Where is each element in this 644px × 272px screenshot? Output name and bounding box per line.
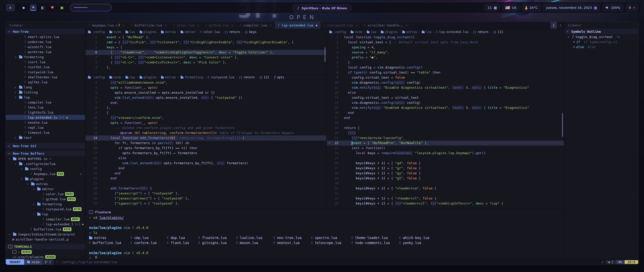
tree-item[interactable]: ▾OPEN BUFFERS in ~ <box>6 156 85 161</box>
close-icon[interactable]: × <box>356 23 358 27</box>
breadcrumb-item[interactable]: ƒopts <box>274 76 284 79</box>
tree-item[interactable]: ▸linting <box>6 90 85 95</box>
breadcrumb-item[interactable]: {}[2] <box>259 76 269 79</box>
tree-item[interactable]: ☾lens.lua <box>6 105 85 110</box>
file-entry[interactable]: ☾neotest.lua <box>273 240 311 245</box>
close-icon[interactable]: × <box>197 23 199 27</box>
breadcrumb-item[interactable]: plugins <box>381 30 398 34</box>
floaterm-pane[interactable]: › Floaterm › cd lua/plugins/nvim/lua/plu… <box>86 209 564 259</box>
tab-color.lua[interactable]: ☾color.lua× <box>170 22 203 29</box>
file-entry[interactable]: ☾todo-comments.lua <box>351 240 399 245</box>
file-entry[interactable]: ☾dap.lua <box>167 235 198 240</box>
breadcrumb-item[interactable]: .config <box>88 30 105 34</box>
file-entry[interactable]: ☾floaterm.lua <box>198 235 236 240</box>
workspace-button-2[interactable]: ⚑ <box>30 4 36 11</box>
tree-item[interactable]: ☾worktree.lua <box>6 49 85 54</box>
tab-page-1[interactable]: 1 <box>550 22 557 29</box>
section-header-git[interactable]: ▸Neo-Tree Git <box>6 143 85 149</box>
editor-pane-lsp-extended[interactable]: .config›nvim›lua›plugins›extras›lsp›☾lsp… <box>327 29 564 209</box>
file-entry[interactable]: extras <box>89 235 131 240</box>
launcher-button[interactable]: ∧ <box>6 4 15 11</box>
tree-item[interactable]: ☾smart-splits.lua <box>6 34 85 39</box>
tree-item[interactable]: ☾rustywind.lua#726 <box>6 207 85 212</box>
tree-item[interactable]: ☾neodim.lua <box>6 120 85 125</box>
breadcrumb-item[interactable]: extras <box>161 30 176 34</box>
breadcrumb-item[interactable]: formatting <box>181 76 203 79</box>
file-entry[interactable]: ☾lualine.lua <box>236 235 273 240</box>
breadcrumb-item[interactable]: nvim <box>109 30 121 34</box>
workspace-button-1[interactable]: ◆ <box>20 4 27 11</box>
tree-item[interactable]: ☾compiler.lua#682 <box>6 217 85 222</box>
tree-item[interactable]: ☾repl.lua <box>6 125 85 130</box>
scrollbar-handle[interactable] <box>325 47 326 62</box>
breadcrumb-item[interactable]: extras <box>161 76 176 79</box>
tab-scrollbar-handle-…[interactable]: ☾scrollbar-handle-…× <box>361 22 411 29</box>
tree-item[interactable]: ▾config <box>6 166 85 171</box>
pill-volume[interactable]: 100% <box>602 4 623 11</box>
breadcrumb-item[interactable]: lua <box>126 76 135 79</box>
tree-item[interactable]: ▨scrollbar-handle-vertical.p <box>6 237 85 242</box>
editor-pane-rustywind[interactable]: .config›nvim›lua›plugins›extras›formatti… <box>86 75 326 209</box>
section-header-neotree[interactable]: ▾Neo-Tree <box>6 29 85 34</box>
close-icon[interactable]: × <box>270 23 272 27</box>
tree-item[interactable]: ☾isort.lua <box>6 59 85 64</box>
tab-bufferline.lua[interactable]: ☾bufferline.lua× <box>128 22 170 29</box>
pill-temperature[interactable]: 24°C <box>522 4 541 11</box>
breadcrumb-item[interactable]: []return <box>473 30 489 34</box>
breadcrumb-item[interactable]: lua <box>126 30 135 34</box>
breadcrumb-item[interactable]: plugins <box>140 76 156 79</box>
pill-date[interactable]: jueves, noviembre 16, 2023▦ <box>543 4 600 11</box>
code-area[interactable]: 3 event = { "BufRead" },4 cmd = { [1]"Cc… <box>86 35 326 74</box>
tree-item[interactable]: ☾shellharden.lua <box>6 75 85 80</box>
tab-lsp-extended.lua[interactable]: ☾lsp-extended.lua● <box>275 22 321 29</box>
tab-page-2[interactable]: 2 <box>557 22 564 29</box>
breadcrumb-item[interactable]: plugins <box>140 30 156 34</box>
tab-keymaps.lua[interactable]: ☾keymaps.lua⚠3× <box>86 22 128 29</box>
branch-segment[interactable]: 1 <box>42 259 54 265</box>
file-entry[interactable]: ☾telescope.lua <box>311 240 351 245</box>
editor-pane-color[interactable]: .config›nvim›lua›plugins›extras›editor›☾… <box>86 29 326 75</box>
file-entry[interactable]: ☾cmp.lua <box>131 235 167 240</box>
outline-item[interactable]: ◆elseelse <box>564 44 638 49</box>
breadcrumb-item[interactable]: ☾rustywind.lua <box>208 76 234 79</box>
scrollbar-handle[interactable] <box>562 113 563 137</box>
pill-window-count[interactable]: 11▦ <box>485 4 500 11</box>
breadcrumb-item[interactable]: nvim <box>351 30 362 34</box>
breadcrumb-item[interactable]: ☾color.lua <box>200 30 220 34</box>
tree-item[interactable]: ☾undotree.lua <box>6 39 85 44</box>
tree-item[interactable]: ›~#2859 <box>6 249 85 254</box>
tree-item[interactable]: ▾editor <box>6 186 85 191</box>
tree-item[interactable]: ▾lsp <box>6 95 85 100</box>
now-playing-widget[interactable]: ♪ Spiritbox - Rule Of Nines <box>292 4 352 12</box>
breadcrumb-item[interactable]: {}[1] <box>493 30 503 34</box>
tree-item[interactable]: ☾compiler.lua <box>6 100 85 105</box>
taskbar-search-input[interactable] <box>70 4 111 11</box>
tab-rustywind.lua[interactable]: ☾rustywind.lua× <box>321 22 361 29</box>
tree-item[interactable]: ▸test <box>6 135 85 140</box>
pill-power[interactable]: 9⚡ <box>626 4 638 11</box>
file-entry[interactable]: ☾theme-loader.lua <box>351 235 399 240</box>
tree-item[interactable]: ~/.c/n/l/plugins#3980 <box>6 254 85 259</box>
outline-item[interactable]: ◆ifif type(config.vi <box>564 39 638 44</box>
tab-compiler.lua[interactable]: ☾compiler.lua× <box>237 22 275 29</box>
breadcrumb-item[interactable]: []return <box>239 76 255 79</box>
tree-item[interactable]: ▾formatting <box>6 54 85 59</box>
file-entry[interactable]: ☾flash.lua <box>167 240 198 245</box>
workspace-button-5[interactable]: ▣ <box>59 4 65 11</box>
tree-item[interactable]: ☾sqlfmt.lua <box>6 80 85 85</box>
code-area[interactable]: 3 [1]"williamboman/mason.nvim",4 opts = … <box>86 80 326 209</box>
tree-item[interactable]: ☾rustfmt.lua <box>6 64 85 70</box>
file-entry[interactable]: ☾neo-tree.lua <box>273 235 311 240</box>
breadcrumb-item[interactable]: ☾lsp-extended.lua <box>436 30 468 34</box>
cwd-segment[interactable]: nvim <box>24 259 42 265</box>
terminal-output[interactable]: › cd lua/plugins/nvim/lua/plugins via ☾ … <box>86 215 564 259</box>
symbols-outline-header[interactable]: ▾ Symbols Outline <box>564 29 638 34</box>
close-icon[interactable]: × <box>165 23 167 27</box>
tree-item[interactable]: ▾.config/nvim/lua <box>6 161 85 166</box>
tree-item[interactable]: ☾rustywind.lua <box>6 70 85 75</box>
breadcrumb-item[interactable]: .config <box>88 76 105 79</box>
section-header-terminals[interactable]: ›TERMINALS <box>6 244 85 249</box>
tree-item[interactable]: ☾color.lua#493 <box>6 191 85 196</box>
breadcrumb-item[interactable]: editor <box>181 30 195 34</box>
workspace-button-3[interactable]: ◧ <box>39 4 46 11</box>
